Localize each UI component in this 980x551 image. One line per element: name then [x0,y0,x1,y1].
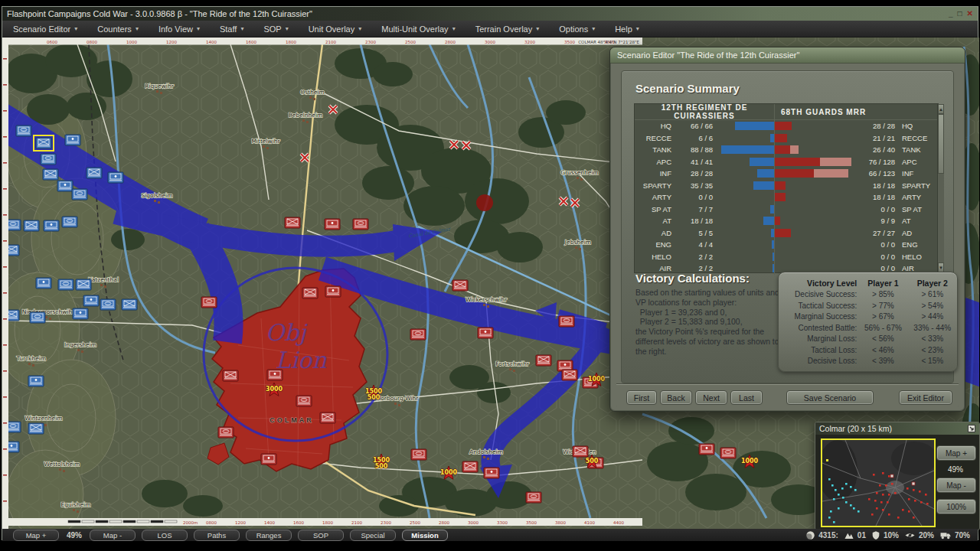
scrollbar-track[interactable] [938,114,944,262]
chevron-down-icon: ▾ [452,25,456,32]
unit-counter-enemy[interactable] [410,329,426,340]
unit-counter-enemy[interactable] [573,446,588,457]
unit-counter-friendly[interactable] [100,299,116,310]
menu-multi-unit-overlay[interactable]: Multi-Unit Overlay▾ [381,24,455,34]
victory-description: Based on the starting values of units an… [635,289,782,357]
menu-help[interactable]: Help▾ [615,24,639,34]
back-button[interactable]: Back [660,390,692,405]
minimize-icon[interactable]: _ [949,8,953,20]
unit-counter-friendly[interactable] [41,154,56,165]
menu-options[interactable]: Options▾ [559,24,595,34]
exit-editor-button[interactable]: Exit Editor [899,390,952,405]
victory-threshold: < 56% [858,334,907,345]
unit-counter-enemy[interactable] [536,355,551,366]
maximize-icon[interactable]: □ [958,8,962,20]
unit-counter-enemy[interactable] [296,396,312,406]
unit-counter-enemy[interactable] [325,286,341,297]
unit-type-label: ARTY [895,193,937,201]
map-zoom-out-button[interactable]: Map - [90,530,136,541]
ruler-tick: 1800 [286,40,296,44]
minimap-zoom-out-button[interactable]: Map - [936,478,976,493]
last-button[interactable]: Last [730,390,763,405]
menu-terrain-overlay[interactable]: Terrain Overlay▾ [475,24,540,34]
sop-button[interactable]: SOP [298,530,344,541]
unit-counter-enemy[interactable] [320,412,335,423]
next-button[interactable]: Next [695,390,727,405]
unit-counter-friendly[interactable] [43,169,58,180]
unit-counter-enemy[interactable] [720,448,736,458]
unit-counter-enemy[interactable] [285,217,300,228]
unit-counter-friendly[interactable] [87,168,102,178]
unit-counter-friendly[interactable] [65,135,80,145]
first-button[interactable]: First [626,390,657,405]
friendly-count: 28 / 28 [671,169,719,178]
table-scrollbar[interactable]: ▲ ▼ [937,104,944,272]
unit-counter-enemy[interactable] [562,370,577,380]
unit-counter-enemy[interactable] [201,297,217,308]
unit-counter-enemy[interactable] [462,461,478,472]
town-label: Mittelwihr [251,138,280,145]
unit-counter-enemy[interactable] [452,280,468,291]
los-button[interactable]: LOS [142,530,188,541]
unit-counter-enemy[interactable] [411,449,426,460]
unit-type-label: APC [895,158,937,166]
unit-counter-enemy[interactable] [267,370,283,380]
unit-counter-enemy[interactable] [223,370,238,381]
unit-type-label: ENG [635,240,671,249]
town-label: Bebelnheim [289,112,323,119]
minimap-map[interactable] [821,439,936,527]
unit-counter-enemy[interactable] [325,219,340,230]
unit-counter-friendly[interactable] [58,279,74,290]
menu-scenario-editor[interactable]: Scenario Editor▾ [13,24,77,34]
unit-counter-friendly[interactable] [83,295,99,306]
unit-type-label: AT [635,217,671,225]
unit-counter-friendly[interactable] [44,220,59,231]
close-icon[interactable]: ✕ [967,8,973,20]
mission-button[interactable]: Mission [402,530,448,541]
minimap-title-bar[interactable]: Colmar (20 x 15 km) [815,422,979,435]
menu-sop[interactable]: SOP▾ [263,24,288,34]
summary-heading: Scenario Summary [635,82,740,95]
save-scenario-button[interactable]: Save Scenario [786,390,874,405]
unit-counter-friendly[interactable] [76,279,91,290]
unit-counter-enemy[interactable] [353,219,368,230]
dialog-title-bar[interactable]: Scenario Editor "The Ride of the 12th Cu… [610,47,965,64]
unit-counter-friendly[interactable] [36,138,51,148]
unit-counter-enemy[interactable] [218,427,234,438]
unit-counter-friendly[interactable] [57,181,73,191]
paths-button[interactable]: Paths [194,530,240,541]
minimap-resize-icon[interactable] [968,425,975,432]
unit-counter-enemy[interactable] [261,454,276,465]
menu-counters[interactable]: Counters▾ [97,24,139,34]
unit-counter-enemy[interactable] [478,328,493,338]
unit-counter-friendly[interactable] [36,278,51,289]
scrollbar-thumb[interactable] [938,114,944,174]
unit-counter-enemy[interactable] [559,316,574,327]
menu-item-label: Info View [158,24,193,34]
unit-counter-friendly[interactable] [73,308,88,319]
unit-counter-enemy[interactable] [484,468,499,478]
menu-staff[interactable]: Staff▾ [220,24,243,34]
right-force-header: 68TH GUARDS MRR [774,104,937,119]
scroll-up-icon[interactable]: ▲ [938,104,944,114]
unit-counter-enemy[interactable] [526,492,541,503]
menu-unit-overlay[interactable]: Unit Overlay▾ [309,24,362,34]
unit-counter-friendly[interactable] [16,126,31,136]
unit-counter-enemy[interactable] [699,444,714,455]
ranges-button[interactable]: Ranges [246,530,292,541]
unit-counter-enemy[interactable] [302,288,318,298]
town-label: Andolsheim [469,448,503,455]
unit-counter-friendly[interactable] [24,220,39,231]
unit-counter-friendly[interactable] [28,423,44,434]
unit-counter-friendly[interactable] [30,312,45,323]
unit-counter-friendly[interactable] [62,217,77,227]
unit-counter-friendly[interactable] [72,189,87,200]
minimap-zoom-in-button[interactable]: Map + [936,445,976,461]
unit-counter-friendly[interactable] [122,299,137,310]
minimap-full-zoom-button[interactable]: 100% [936,499,976,514]
unit-counter-friendly[interactable] [28,376,44,386]
map-zoom-in-button[interactable]: Map + [13,530,59,541]
special-button[interactable]: Special [350,530,396,541]
unit-counter-friendly[interactable] [108,172,123,183]
menu-info-view[interactable]: Info View▾ [158,24,200,34]
